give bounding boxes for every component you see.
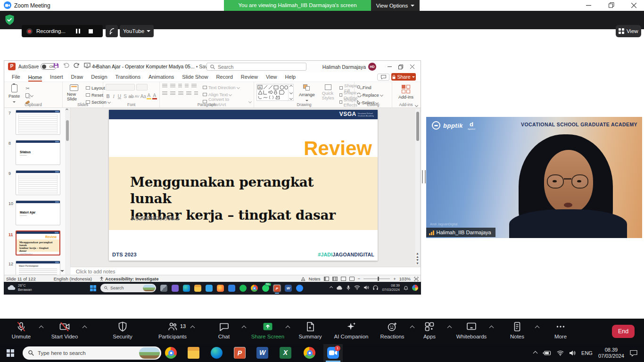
chat-button[interactable]: Chat <box>201 321 247 343</box>
start-slideshow-icon[interactable] <box>84 63 91 68</box>
start-button-inner[interactable] <box>90 285 96 291</box>
slide-thumbnail-9[interactable] <box>16 170 60 195</box>
line-spacing-icon[interactable] <box>191 84 197 88</box>
restore-button[interactable] <box>607 1 616 9</box>
ppt-restore-button[interactable] <box>396 63 405 71</box>
shapes-gallery[interactable]: A <box>256 84 294 101</box>
start-button[interactable] <box>7 349 14 357</box>
tab-file[interactable]: File <box>12 74 20 82</box>
slide-thumbnail-11-selected[interactable]: Review Menggunakan perangkat lunak lemba… <box>16 230 60 255</box>
find-button[interactable]: Find <box>357 84 389 90</box>
chrome-taskbar-icon[interactable] <box>165 347 177 359</box>
tab-home[interactable]: Home <box>28 74 42 82</box>
gallery-scroll[interactable] <box>288 84 293 100</box>
font-name-combo[interactable] <box>106 84 135 90</box>
wifi-icon[interactable] <box>557 350 564 356</box>
file-explorer-icon[interactable] <box>194 285 201 292</box>
notes-toggle[interactable]: Notes <box>309 276 321 281</box>
bullets-icon[interactable] <box>162 84 167 88</box>
underline-button[interactable]: U <box>117 94 122 99</box>
zoom-taskbar-icon[interactable] <box>296 285 303 292</box>
firefox-icon[interactable] <box>217 285 224 292</box>
tab-transitions[interactable]: Transitions <box>116 74 140 82</box>
volume-tray-icon[interactable] <box>364 285 369 290</box>
unmute-button[interactable]: Unmute <box>0 321 44 343</box>
wifi-tray-icon[interactable] <box>354 285 360 290</box>
task-view-icon[interactable] <box>160 285 167 292</box>
view-options-button[interactable]: View Options <box>371 0 420 11</box>
collapse-notes-icon[interactable] <box>60 270 64 274</box>
start-video-button[interactable]: Start Video <box>42 321 87 343</box>
taskbar-search[interactable]: Type here to search <box>23 346 161 360</box>
tab-insert[interactable]: Insert <box>50 74 63 82</box>
scrollbar-thumb[interactable] <box>416 112 419 141</box>
view-layout-button[interactable]: View <box>616 25 641 37</box>
account-user[interactable]: Halimah Darmajaya HD <box>322 63 376 71</box>
tab-design[interactable]: Design <box>91 74 107 82</box>
livestream-button[interactable] <box>106 25 118 37</box>
action-center-icon[interactable] <box>630 350 637 356</box>
increase-indent-icon[interactable] <box>185 84 189 88</box>
tray-expand-icon[interactable] <box>533 351 538 355</box>
slideshow-view-button[interactable] <box>349 277 355 281</box>
decrease-indent-icon[interactable] <box>178 84 182 88</box>
slide-scrollbar[interactable] <box>415 109 420 265</box>
previous-slide-button[interactable]: ▲▲ <box>415 252 420 258</box>
participant-video-tile[interactable]: bpptik ddigitalent VOCATIONAL SCHOOL GRA… <box>426 117 642 238</box>
tab-review[interactable]: Review <box>241 74 258 82</box>
whatsapp-icon[interactable]: 59+ <box>262 285 269 292</box>
spotify-icon[interactable] <box>239 285 247 292</box>
word-taskbar-icon[interactable]: W <box>256 347 268 359</box>
share-screen-button[interactable]: Share Screen <box>245 321 290 343</box>
language-status[interactable]: English (Indonesia) <box>54 276 92 281</box>
addins-button[interactable]: Add-ins <box>395 84 417 100</box>
microsoft-store-icon[interactable] <box>206 285 213 292</box>
ai-companion-button[interactable]: AI Companion <box>329 321 374 343</box>
replace-button[interactable]: Replace <box>357 92 389 98</box>
headset-tray-icon[interactable] <box>373 285 378 290</box>
pause-recording-button[interactable] <box>76 29 80 33</box>
italic-button[interactable]: I <box>111 94 116 99</box>
text-shadow-button[interactable]: S <box>123 94 127 99</box>
justify-icon[interactable] <box>186 91 191 96</box>
language-indicator[interactable]: ENG <box>581 350 593 356</box>
redo-icon[interactable] <box>74 63 80 68</box>
ppt-search-box[interactable]: Search <box>206 63 306 71</box>
meeting-security-shield-icon[interactable] <box>5 15 14 25</box>
save-icon[interactable] <box>53 63 59 68</box>
pane-resize-handle[interactable] <box>422 170 426 183</box>
next-slide-button[interactable]: ▼▼ <box>415 258 420 265</box>
inner-clock[interactable]: 08:3907/03/2024 <box>382 283 400 292</box>
edge-taskbar-icon[interactable] <box>211 347 223 359</box>
zoom-slider[interactable] <box>363 279 390 279</box>
minimize-button[interactable] <box>584 1 593 9</box>
undo-icon[interactable] <box>63 63 69 68</box>
ppt-close-button[interactable] <box>407 63 417 71</box>
highlight-color-button[interactable]: A <box>147 93 151 99</box>
align-left-icon[interactable] <box>162 91 167 96</box>
strikethrough-button[interactable]: ab <box>129 94 134 99</box>
stop-recording-button[interactable] <box>89 29 93 33</box>
comments-button[interactable] <box>377 74 389 81</box>
apps-button[interactable]: Apps <box>407 321 452 343</box>
notification-bell-icon[interactable] <box>404 285 408 290</box>
accessibility-status[interactable]: Accessibility: Investigate <box>105 276 159 281</box>
file-explorer-taskbar-icon[interactable] <box>188 347 199 359</box>
tab-record[interactable]: Record <box>216 74 232 82</box>
ppt-minimize-button[interactable] <box>385 63 394 71</box>
whiteboards-button[interactable]: Whiteboards <box>449 321 494 343</box>
bold-button[interactable]: B <box>106 94 110 99</box>
zoom-in-button[interactable]: + <box>393 276 396 281</box>
chrome-icon[interactable] <box>251 285 258 292</box>
zoom-out-button[interactable]: − <box>358 276 361 281</box>
youtube-stream-button[interactable]: YouTube <box>120 25 154 37</box>
tab-draw[interactable]: Draw <box>71 74 83 82</box>
notes-button[interactable]: Notes <box>495 321 540 343</box>
teams-chat-icon[interactable] <box>172 285 179 292</box>
cut-button[interactable]: ✂ <box>25 85 33 91</box>
zoom-slider-thumb[interactable] <box>378 277 379 281</box>
volume-icon[interactable] <box>570 350 576 356</box>
microphone-tray-icon[interactable] <box>347 285 350 290</box>
participants-button[interactable]: 13 Participants <box>150 321 195 343</box>
text-direction-button[interactable]: Text Direction <box>203 84 251 90</box>
